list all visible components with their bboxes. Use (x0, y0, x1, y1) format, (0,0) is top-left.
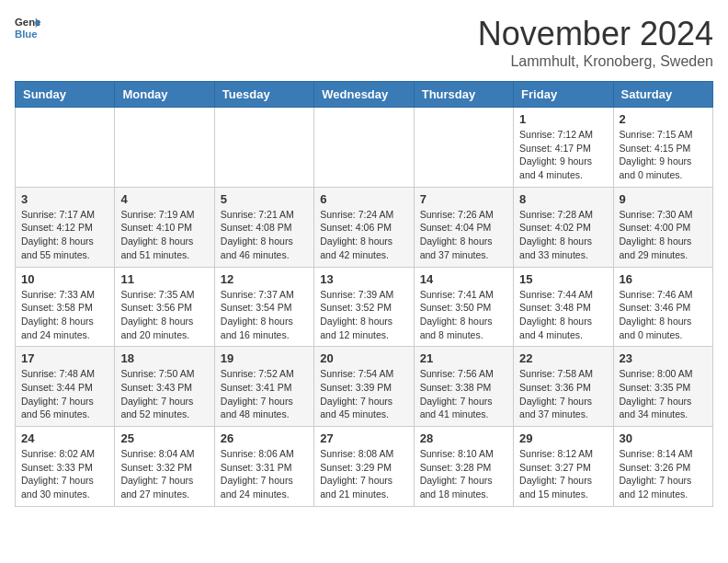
day-info: Sunrise: 7:54 AMSunset: 3:39 PMDaylight:… (320, 367, 407, 421)
day-number: 18 (120, 351, 208, 365)
calendar-cell: 17Sunrise: 7:48 AMSunset: 3:44 PMDayligh… (16, 347, 115, 427)
calendar-cell: 28Sunrise: 8:10 AMSunset: 3:28 PMDayligh… (414, 427, 513, 507)
day-info: Sunrise: 7:17 AMSunset: 4:12 PMDaylight:… (21, 208, 108, 262)
day-number: 13 (320, 272, 407, 286)
day-number: 12 (221, 272, 308, 286)
day-number: 8 (519, 192, 607, 206)
day-info: Sunrise: 8:06 AMSunset: 3:31 PMDaylight:… (221, 447, 308, 501)
calendar-cell: 8Sunrise: 7:28 AMSunset: 4:02 PMDaylight… (514, 187, 613, 267)
day-number: 6 (320, 192, 407, 206)
day-info: Sunrise: 7:46 AMSunset: 3:46 PMDaylight:… (620, 288, 707, 342)
weekday-header-wednesday: Wednesday (314, 82, 414, 108)
weekday-header-sunday: Sunday (16, 82, 115, 108)
day-info: Sunrise: 7:15 AMSunset: 4:15 PMDaylight:… (620, 128, 707, 182)
calendar-cell (214, 108, 313, 188)
calendar-cell: 20Sunrise: 7:54 AMSunset: 3:39 PMDayligh… (314, 347, 414, 427)
day-number: 21 (420, 351, 507, 365)
calendar-cell: 24Sunrise: 8:02 AMSunset: 3:33 PMDayligh… (16, 427, 115, 507)
calendar-cell: 21Sunrise: 7:56 AMSunset: 3:38 PMDayligh… (414, 347, 513, 427)
day-number: 15 (519, 272, 607, 286)
calendar-cell: 18Sunrise: 7:50 AMSunset: 3:43 PMDayligh… (115, 347, 214, 427)
calendar-cell: 1Sunrise: 7:12 AMSunset: 4:17 PMDaylight… (514, 108, 613, 188)
day-info: Sunrise: 7:24 AMSunset: 4:06 PMDaylight:… (320, 208, 407, 262)
day-info: Sunrise: 7:41 AMSunset: 3:50 PMDaylight:… (420, 288, 507, 342)
day-info: Sunrise: 8:14 AMSunset: 3:26 PMDaylight:… (620, 447, 707, 501)
day-info: Sunrise: 7:19 AMSunset: 4:10 PMDaylight:… (120, 208, 208, 262)
day-info: Sunrise: 7:52 AMSunset: 3:41 PMDaylight:… (221, 367, 308, 421)
day-info: Sunrise: 7:37 AMSunset: 3:54 PMDaylight:… (221, 288, 308, 342)
calendar-week-row-5: 24Sunrise: 8:02 AMSunset: 3:33 PMDayligh… (16, 427, 713, 507)
day-number: 2 (620, 112, 707, 126)
calendar-week-row-4: 17Sunrise: 7:48 AMSunset: 3:44 PMDayligh… (16, 347, 713, 427)
weekday-header-saturday: Saturday (613, 82, 712, 108)
day-number: 5 (221, 192, 308, 206)
calendar-cell (314, 108, 414, 188)
day-info: Sunrise: 7:28 AMSunset: 4:02 PMDaylight:… (519, 208, 607, 262)
weekday-header-row: SundayMondayTuesdayWednesdayThursdayFrid… (16, 82, 713, 108)
weekday-header-monday: Monday (115, 82, 214, 108)
day-info: Sunrise: 8:04 AMSunset: 3:32 PMDaylight:… (120, 447, 208, 501)
day-info: Sunrise: 7:21 AMSunset: 4:08 PMDaylight:… (221, 208, 308, 262)
calendar-cell (16, 108, 115, 188)
calendar-cell: 2Sunrise: 7:15 AMSunset: 4:15 PMDaylight… (613, 108, 712, 188)
day-number: 30 (620, 431, 707, 445)
calendar-cell: 15Sunrise: 7:44 AMSunset: 3:48 PMDayligh… (514, 267, 613, 347)
weekday-header-tuesday: Tuesday (214, 82, 313, 108)
weekday-header-thursday: Thursday (414, 82, 513, 108)
calendar-cell: 5Sunrise: 7:21 AMSunset: 4:08 PMDaylight… (214, 187, 313, 267)
calendar-cell: 23Sunrise: 8:00 AMSunset: 3:35 PMDayligh… (613, 347, 712, 427)
day-number: 3 (21, 192, 108, 206)
day-number: 29 (519, 431, 607, 445)
day-info: Sunrise: 7:26 AMSunset: 4:04 PMDaylight:… (420, 208, 507, 262)
day-number: 4 (120, 192, 208, 206)
day-info: Sunrise: 8:02 AMSunset: 3:33 PMDaylight:… (21, 447, 108, 501)
calendar-cell: 3Sunrise: 7:17 AMSunset: 4:12 PMDaylight… (16, 187, 115, 267)
calendar-cell: 27Sunrise: 8:08 AMSunset: 3:29 PMDayligh… (314, 427, 414, 507)
page-header: General Blue November 2024 Lammhult, Kro… (15, 15, 713, 70)
calendar-cell: 12Sunrise: 7:37 AMSunset: 3:54 PMDayligh… (214, 267, 313, 347)
location-title: Lammhult, Kronoberg, Sweden (478, 53, 713, 70)
day-number: 11 (120, 272, 208, 286)
calendar-cell: 19Sunrise: 7:52 AMSunset: 3:41 PMDayligh… (214, 347, 313, 427)
day-info: Sunrise: 8:08 AMSunset: 3:29 PMDaylight:… (320, 447, 407, 501)
day-info: Sunrise: 8:10 AMSunset: 3:28 PMDaylight:… (420, 447, 507, 501)
calendar-cell: 13Sunrise: 7:39 AMSunset: 3:52 PMDayligh… (314, 267, 414, 347)
calendar-cell: 10Sunrise: 7:33 AMSunset: 3:58 PMDayligh… (16, 267, 115, 347)
day-number: 14 (420, 272, 507, 286)
calendar-cell: 16Sunrise: 7:46 AMSunset: 3:46 PMDayligh… (613, 267, 712, 347)
day-info: Sunrise: 7:33 AMSunset: 3:58 PMDaylight:… (21, 288, 108, 342)
generalblue-logo-icon: General Blue (15, 15, 40, 40)
calendar-cell: 26Sunrise: 8:06 AMSunset: 3:31 PMDayligh… (214, 427, 313, 507)
calendar-cell: 9Sunrise: 7:30 AMSunset: 4:00 PMDaylight… (613, 187, 712, 267)
day-info: Sunrise: 7:30 AMSunset: 4:00 PMDaylight:… (620, 208, 707, 262)
day-number: 22 (519, 351, 607, 365)
day-info: Sunrise: 7:35 AMSunset: 3:56 PMDaylight:… (120, 288, 208, 342)
calendar-cell (115, 108, 214, 188)
calendar-week-row-2: 3Sunrise: 7:17 AMSunset: 4:12 PMDaylight… (16, 187, 713, 267)
day-number: 17 (21, 351, 108, 365)
day-info: Sunrise: 7:50 AMSunset: 3:43 PMDaylight:… (120, 367, 208, 421)
day-info: Sunrise: 8:12 AMSunset: 3:27 PMDaylight:… (519, 447, 607, 501)
calendar-cell: 25Sunrise: 8:04 AMSunset: 3:32 PMDayligh… (115, 427, 214, 507)
day-info: Sunrise: 7:39 AMSunset: 3:52 PMDaylight:… (320, 288, 407, 342)
day-number: 9 (620, 192, 707, 206)
day-number: 19 (221, 351, 308, 365)
day-info: Sunrise: 7:58 AMSunset: 3:36 PMDaylight:… (519, 367, 607, 421)
day-number: 27 (320, 431, 407, 445)
day-info: Sunrise: 7:12 AMSunset: 4:17 PMDaylight:… (519, 128, 607, 182)
month-title: November 2024 (478, 15, 713, 53)
day-number: 16 (620, 272, 707, 286)
day-info: Sunrise: 7:44 AMSunset: 3:48 PMDaylight:… (519, 288, 607, 342)
day-number: 26 (221, 431, 308, 445)
day-info: Sunrise: 7:56 AMSunset: 3:38 PMDaylight:… (420, 367, 507, 421)
day-number: 24 (21, 431, 108, 445)
day-number: 23 (620, 351, 707, 365)
logo: General Blue (15, 15, 40, 40)
weekday-header-friday: Friday (514, 82, 613, 108)
svg-text:Blue: Blue (15, 29, 38, 40)
day-number: 7 (420, 192, 507, 206)
calendar-cell: 30Sunrise: 8:14 AMSunset: 3:26 PMDayligh… (613, 427, 712, 507)
calendar-week-row-1: 1Sunrise: 7:12 AMSunset: 4:17 PMDaylight… (16, 108, 713, 188)
day-number: 25 (120, 431, 208, 445)
calendar-table: SundayMondayTuesdayWednesdayThursdayFrid… (15, 81, 713, 507)
